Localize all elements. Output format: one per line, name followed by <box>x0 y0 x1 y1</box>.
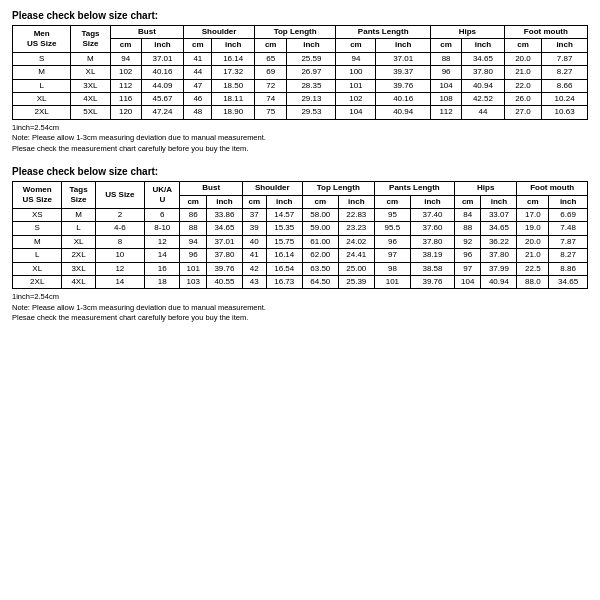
table-cell: L <box>62 222 95 235</box>
table-row: SM9437.014116.146525.599437.018834.6520.… <box>13 52 588 65</box>
table-cell: 116 <box>110 92 141 105</box>
table-cell: 101 <box>180 262 206 275</box>
table-cell: 8.27 <box>549 249 588 262</box>
table-cell: 23.23 <box>338 222 374 235</box>
women-header-row1: WomenUS Size TagsSize US Size UK/AU Bust… <box>13 182 588 195</box>
men-toplength-cm: cm <box>254 39 286 52</box>
men-hips-inch: inch <box>462 39 505 52</box>
table-cell: 61.00 <box>302 235 338 248</box>
men-hips-cm: cm <box>430 39 461 52</box>
table-cell: 40.94 <box>376 106 431 119</box>
table-cell: 14 <box>95 275 144 288</box>
table-cell: 58.00 <box>302 209 338 222</box>
women-bust-cm: cm <box>180 195 206 208</box>
table-cell: 101 <box>374 275 410 288</box>
table-cell: 48 <box>184 106 212 119</box>
table-cell: 42 <box>242 262 266 275</box>
table-cell: 64.50 <box>302 275 338 288</box>
table-cell: 34.65 <box>481 222 517 235</box>
table-cell: 16.54 <box>266 262 302 275</box>
table-cell: 45.67 <box>141 92 184 105</box>
table-cell: 39 <box>242 222 266 235</box>
table-row: SL4-68-108834.653915.3559.0023.2395.537.… <box>13 222 588 235</box>
table-cell: 14.57 <box>266 209 302 222</box>
table-cell: 102 <box>336 92 376 105</box>
table-cell: 16.14 <box>266 249 302 262</box>
table-cell: 34.65 <box>206 222 242 235</box>
table-cell: 25.39 <box>338 275 374 288</box>
table-cell: 39.76 <box>376 79 431 92</box>
table-cell: 104 <box>336 106 376 119</box>
table-cell: 37.99 <box>481 262 517 275</box>
women-toplength-inch: inch <box>338 195 374 208</box>
men-footmouth-inch: inch <box>542 39 588 52</box>
women-footmouth-inch: inch <box>549 195 588 208</box>
table-cell: 29.53 <box>287 106 336 119</box>
women-col-uk-size: UK/AU <box>145 182 180 209</box>
table-cell: M <box>62 209 95 222</box>
table-cell: 40.94 <box>462 79 505 92</box>
table-cell: 2XL <box>13 106 71 119</box>
men-note-3: Plesae check the measurement chart caref… <box>12 144 588 155</box>
table-cell: L <box>13 79 71 92</box>
women-col-pants-length: Pants Length <box>374 182 454 195</box>
men-col-tags-size: TagsSize <box>71 26 110 53</box>
table-cell: 37.80 <box>462 66 505 79</box>
table-cell: 59.00 <box>302 222 338 235</box>
table-cell: 88.0 <box>517 275 549 288</box>
table-row: MXL10240.164417.326926.9710039.379637.80… <box>13 66 588 79</box>
table-cell: 40.16 <box>376 92 431 105</box>
table-cell: 22.83 <box>338 209 374 222</box>
women-pantslength-inch: inch <box>410 195 454 208</box>
table-cell: 74 <box>254 92 286 105</box>
table-cell: 19.0 <box>517 222 549 235</box>
men-footmouth-cm: cm <box>504 39 542 52</box>
table-cell: 37.40 <box>410 209 454 222</box>
table-cell: 94 <box>110 52 141 65</box>
women-col-us-size: WomenUS Size <box>13 182 62 209</box>
table-cell: 18.11 <box>212 92 255 105</box>
table-cell: 8-10 <box>145 222 180 235</box>
women-pantslength-cm: cm <box>374 195 410 208</box>
table-cell: 15.75 <box>266 235 302 248</box>
table-cell: 46 <box>184 92 212 105</box>
table-cell: 25.59 <box>287 52 336 65</box>
table-row: 2XL4XL141810340.554316.7364.5025.3910139… <box>13 275 588 288</box>
men-col-us-size: MenUS Size <box>13 26 71 53</box>
table-cell: 2XL <box>13 275 62 288</box>
table-cell: 36.22 <box>481 235 517 248</box>
men-note-2: Note: Please allow 1-3cm measuring devia… <box>12 133 588 144</box>
table-cell: 96 <box>454 249 480 262</box>
table-cell: 21.0 <box>504 66 542 79</box>
table-row: L3XL11244.094718.507228.3510139.7610440.… <box>13 79 588 92</box>
table-cell: 6.69 <box>549 209 588 222</box>
table-cell: XS <box>13 209 62 222</box>
men-header-row1: MenUS Size TagsSize Bust Shoulder Top Le… <box>13 26 588 39</box>
table-cell: 44 <box>462 106 505 119</box>
table-cell: 37.01 <box>376 52 431 65</box>
men-size-table: MenUS Size TagsSize Bust Shoulder Top Le… <box>12 25 588 120</box>
table-row: XSM268633.863714.5758.0022.839537.408433… <box>13 209 588 222</box>
table-cell: 33.86 <box>206 209 242 222</box>
men-col-bust: Bust <box>110 26 184 39</box>
table-cell: 100 <box>336 66 376 79</box>
men-note-1: 1inch=2.54cm <box>12 123 588 134</box>
table-cell: 22.0 <box>504 79 542 92</box>
table-cell: 94 <box>336 52 376 65</box>
table-cell: 8.27 <box>542 66 588 79</box>
table-cell: 26.0 <box>504 92 542 105</box>
table-cell: 37.01 <box>141 52 184 65</box>
table-cell: 34.65 <box>549 275 588 288</box>
table-cell: 7.48 <box>549 222 588 235</box>
table-row: XL4XL11645.674618.117429.1310240.1610842… <box>13 92 588 105</box>
women-col-hips: Hips <box>454 182 516 195</box>
table-cell: 24.02 <box>338 235 374 248</box>
table-cell: 28.35 <box>287 79 336 92</box>
table-cell: 88 <box>180 222 206 235</box>
table-cell: 34.65 <box>462 52 505 65</box>
table-cell: XL <box>13 262 62 275</box>
table-cell: 8.86 <box>549 262 588 275</box>
table-cell: 37.60 <box>410 222 454 235</box>
table-cell: 92 <box>454 235 480 248</box>
table-cell: XL <box>13 92 71 105</box>
